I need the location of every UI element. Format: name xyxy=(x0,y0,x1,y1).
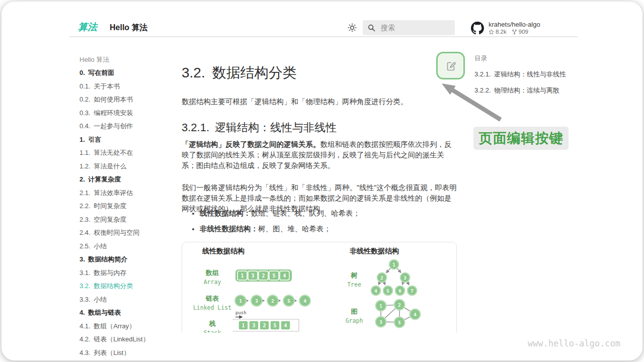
svg-text:1: 1 xyxy=(379,304,382,309)
repo-stats: 8.2k 909 xyxy=(489,28,540,35)
svg-text:5: 5 xyxy=(287,298,290,304)
site-title: Hello 算法 xyxy=(110,23,148,33)
sidebar-brand: Hello 算法 xyxy=(79,55,180,64)
graph-diagram: 1 2 3 4 5 xyxy=(376,300,421,328)
screenshot-stage: 算法 Hello 算法 xyxy=(0,0,644,362)
sidebar-item[interactable]: 4.1. 数组（Array） xyxy=(79,322,180,331)
sidebar-item[interactable]: 3.2. 数据结构分类 xyxy=(79,282,180,291)
edit-page-button[interactable] xyxy=(445,60,457,72)
sidebar-section-header[interactable]: 1. 引言 xyxy=(79,135,180,144)
svg-text:3: 3 xyxy=(252,323,255,328)
sidebar-item[interactable]: 0.1. 关于本书 xyxy=(79,82,180,91)
sidebar-item[interactable]: 3.3. 小结 xyxy=(79,295,180,304)
svg-text:5: 5 xyxy=(386,289,389,294)
svg-text:2: 2 xyxy=(398,303,400,308)
toc-title: 目录 xyxy=(474,54,580,63)
svg-text:1: 1 xyxy=(239,298,242,304)
annotation-label: 页面编辑按键 xyxy=(473,127,569,150)
array-diagram: 1 3 2 5 4 xyxy=(235,269,292,282)
repo-name: krahets/hello-algo xyxy=(489,21,540,28)
site-logo[interactable]: 算法 xyxy=(78,21,102,35)
svg-text:6: 6 xyxy=(398,289,401,294)
svg-text:5: 5 xyxy=(272,273,275,279)
repo-text: krahets/hello-algo 8.2k xyxy=(489,21,540,35)
svg-text:3: 3 xyxy=(379,320,382,325)
edit-page-icon xyxy=(445,60,457,72)
theme-toggle-button[interactable] xyxy=(348,23,357,32)
github-icon xyxy=(471,22,484,35)
sidebar-item[interactable]: 0.3. 编程环境安装 xyxy=(79,109,180,118)
search-icon xyxy=(368,24,375,32)
sidebar-section-header[interactable]: 0. 写在前面 xyxy=(79,68,180,77)
list-item: 非线性数据结构：树、图、堆、哈希表； xyxy=(200,224,360,234)
svg-text:push: push xyxy=(235,310,247,315)
sidebar-item[interactable]: 4.3. 列表（List） xyxy=(79,348,180,357)
repo-stars: 8.2k xyxy=(489,28,507,35)
sidebar-item[interactable]: 2.3. 空间复杂度 xyxy=(79,215,180,224)
svg-text:4: 4 xyxy=(284,323,287,328)
repo-forks: 909 xyxy=(512,28,528,35)
search-box[interactable] xyxy=(363,20,455,35)
list-item: 线性数据结构：数组、链表、栈、队列、哈希表； xyxy=(200,209,360,218)
sidebar-item[interactable]: 2.2. 时间复杂度 xyxy=(79,202,180,211)
sidebar-section-header[interactable]: 4. 数组与链表 xyxy=(79,308,180,317)
svg-text:4: 4 xyxy=(283,273,286,279)
sidebar-item[interactable]: 2.5. 小结 xyxy=(79,242,180,251)
github-repo-link[interactable]: krahets/hello-algo 8.2k xyxy=(471,21,540,35)
svg-text:7: 7 xyxy=(411,289,413,294)
sidebar-item[interactable]: 0.2. 如何使用本书 xyxy=(79,95,180,104)
sidebar-section-header[interactable]: 3. 数据结构简介 xyxy=(79,255,180,264)
search-input[interactable] xyxy=(380,23,445,32)
logic-structure-paragraph: 「逻辑结构」反映了数据之间的逻辑关系。数组和链表的数据按照顺序依次排列，反映了数… xyxy=(182,139,458,171)
svg-text:5: 5 xyxy=(398,320,400,325)
sidebar-item[interactable]: 1.1. 算法无处不在 xyxy=(79,148,180,157)
site-logo-text: 算法 xyxy=(78,22,97,32)
svg-text:2: 2 xyxy=(380,276,383,281)
svg-text:4: 4 xyxy=(374,289,377,294)
edit-button-highlight xyxy=(436,52,465,79)
sidebar-item[interactable]: 2.1. 算法效率评估 xyxy=(79,189,180,198)
sun-icon xyxy=(348,23,357,32)
linked-list-diagram: 1 3 2 5 4 xyxy=(235,295,310,306)
annotation-arrow xyxy=(434,77,505,127)
svg-text:1: 1 xyxy=(242,323,245,328)
stack-diagram: push 1 3 2 5 4 xyxy=(232,310,299,331)
svg-text:5: 5 xyxy=(273,323,276,328)
svg-text:3: 3 xyxy=(251,273,254,279)
structure-type-list: 线性数据结构：数组、链表、栈、队列、哈希表；非线性数据结构：树、图、堆、哈希表； xyxy=(193,209,360,240)
sidebar-list: 0. 写在前面0.1. 关于本书0.2. 如何使用本书0.3. 编程环境安装0.… xyxy=(79,68,180,360)
sidebar-item[interactable]: 2.4. 权衡时间与空间 xyxy=(79,228,180,237)
tree-diagram: 1 2 3 4 5 6 7 xyxy=(371,260,417,296)
sidebar-item[interactable]: 4.2. 链表（LinkedList） xyxy=(79,335,180,344)
browser-page-card: 算法 Hello 算法 xyxy=(2,2,642,360)
section-heading: 3.2.1. 逻辑结构：线性与非线性 xyxy=(182,120,337,135)
intro-paragraph: 数据结构主要可根据「逻辑结构」和「物理结构」两种角度进行分类。 xyxy=(182,97,458,107)
sidebar-item[interactable]: 3.1. 数据与内存 xyxy=(79,268,180,278)
figure-data-structures: 线性数据结构 非线性数据结构 数组 Array 链表 Linked List 栈… xyxy=(182,242,457,333)
figure-clip: 线性数据结构 非线性数据结构 数组 Array 链表 Linked List 栈… xyxy=(182,242,458,333)
svg-text:2: 2 xyxy=(271,298,274,304)
svg-text:4: 4 xyxy=(303,298,306,304)
svg-text:3: 3 xyxy=(255,298,258,304)
page-title: 3.2. 数据结构分类 xyxy=(182,63,297,82)
sidebar-item[interactable]: 1.2. 算法是什么 xyxy=(79,162,180,171)
svg-text:1: 1 xyxy=(240,273,244,279)
sidebar-section-header[interactable]: 2. 计算复杂度 xyxy=(79,175,180,184)
svg-text:2: 2 xyxy=(262,273,265,279)
svg-text:4: 4 xyxy=(414,312,417,317)
watermark: www.hello-algo.com xyxy=(528,338,620,348)
header-separator xyxy=(69,36,578,37)
fork-icon xyxy=(512,29,517,35)
sidebar-item[interactable]: 0.4. 一起参与创作 xyxy=(79,122,180,131)
star-icon xyxy=(489,29,494,35)
figure-diagram-svg: 1 3 2 5 4 xyxy=(182,242,457,333)
svg-text:1: 1 xyxy=(392,262,395,267)
svg-text:3: 3 xyxy=(404,276,406,281)
svg-text:2: 2 xyxy=(263,323,266,328)
sidebar-nav: Hello 算法 0. 写在前面0.1. 关于本书0.2. 如何使用本书0.3.… xyxy=(79,55,180,360)
